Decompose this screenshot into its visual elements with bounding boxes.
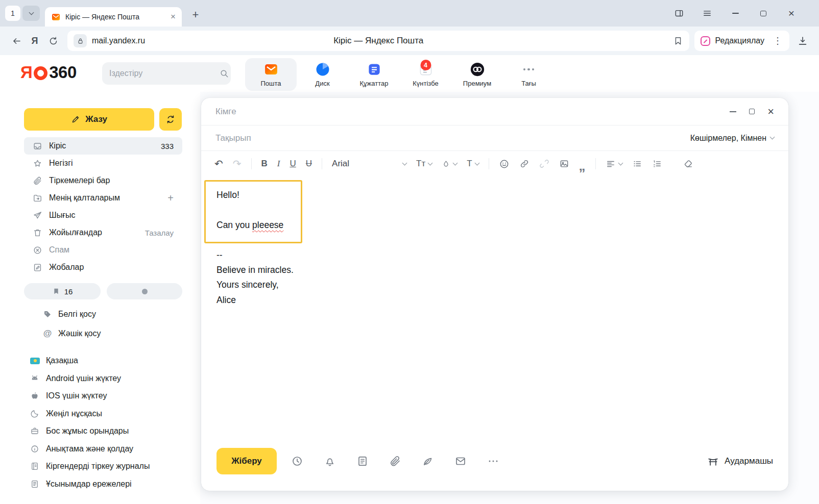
search-input[interactable] — [109, 69, 215, 78]
italic-button[interactable]: I — [277, 159, 280, 169]
highlight-color-button[interactable] — [442, 160, 457, 168]
chevron-down-icon — [402, 160, 407, 165]
yandex-360-logo[interactable]: Я 360 — [20, 63, 77, 82]
window-minimize-button[interactable] — [726, 4, 744, 22]
email-body-text: Hello! Can you pleeese -- Believe in mir… — [216, 188, 294, 308]
bullet-list-button[interactable] — [632, 159, 642, 169]
chevron-down-icon — [474, 160, 479, 165]
window-close-button[interactable]: × — [782, 4, 801, 22]
sidebar-item-sent[interactable]: Шығыс — [24, 207, 182, 224]
subject-field[interactable] — [215, 133, 690, 143]
compose-close-icon[interactable]: × — [767, 106, 774, 117]
send-button[interactable]: Жіберу — [216, 448, 277, 474]
sidebar-item-my-folders[interactable]: Менің қалталарым + — [24, 189, 182, 207]
ssl-lock-chip[interactable] — [74, 34, 87, 47]
attach-file-button[interactable] — [389, 455, 401, 467]
remove-link-button[interactable] — [539, 159, 549, 169]
strikethrough-button[interactable]: U — [306, 159, 312, 169]
redo-button[interactable]: ↷ — [233, 159, 242, 169]
saved-tag-pill[interactable]: 16 — [24, 283, 101, 299]
text-color-button[interactable]: T — [467, 159, 478, 169]
dot-tag-pill[interactable] — [107, 283, 182, 299]
sidebar-item-spam[interactable]: Спам — [24, 241, 182, 259]
add-folder-button[interactable]: + — [167, 193, 174, 203]
more-options-icon[interactable]: ⋮ — [769, 35, 783, 46]
feather-pen-icon — [422, 455, 434, 467]
disk-service-icon — [315, 62, 330, 77]
search-box[interactable] — [102, 62, 231, 85]
edit-button[interactable]: Редакциялау — [715, 36, 764, 45]
underline-button[interactable]: U — [290, 159, 296, 169]
more-actions-button[interactable] — [487, 455, 499, 467]
service-disk[interactable]: Диск — [297, 58, 348, 91]
tab-list-button[interactable] — [22, 6, 40, 21]
font-size-select[interactable]: Tт — [416, 159, 432, 169]
sidebar-item-trash[interactable]: Жойылғандар Тазалау — [24, 224, 182, 241]
bold-button[interactable]: B — [261, 159, 268, 169]
font-family-select[interactable]: Arial — [332, 159, 406, 169]
emoji-button[interactable] — [499, 159, 510, 169]
translator-button[interactable]: Аудармашы — [707, 455, 773, 468]
to-field[interactable] — [215, 107, 717, 117]
cc-from-toggle[interactable]: Көшірмелер, Кімнен — [690, 134, 774, 143]
add-label-button[interactable]: Белгі қосу — [24, 305, 182, 324]
tab-close-icon[interactable]: × — [171, 12, 176, 22]
url-bar[interactable]: mail.yandex.ru Кіріс — Яндекс Пошта — [67, 31, 689, 51]
signature-button[interactable] — [422, 455, 434, 467]
email-body-editor[interactable]: Hello! Can you pleeese -- Believe in mir… — [201, 177, 788, 447]
bookmark-icon — [52, 287, 60, 295]
yandex-mail-favicon — [51, 12, 61, 22]
numbered-list-button[interactable] — [652, 159, 662, 169]
template-button[interactable] — [356, 455, 369, 467]
service-premium[interactable]: Премиум — [451, 58, 503, 91]
star-icon — [33, 159, 42, 168]
recommendation-rules-link[interactable]: Ұсынымдар ережелері — [24, 475, 195, 493]
clear-trash-button[interactable]: Тазалау — [145, 229, 174, 237]
sidebar-item-drafts[interactable]: Жобалар — [24, 259, 182, 276]
browser-tab[interactable]: Кіріс — Яндекс Пошта × — [45, 7, 182, 27]
reload-button[interactable] — [44, 32, 62, 50]
bookmark-flag-icon[interactable] — [673, 36, 683, 46]
browser-menu-button[interactable] — [698, 4, 716, 22]
schedule-send-button[interactable] — [291, 455, 303, 467]
compose-minimize-icon[interactable] — [730, 111, 736, 112]
tab-counter[interactable]: 1 — [5, 6, 20, 21]
align-button[interactable] — [606, 159, 622, 169]
language-link[interactable]: Қазақша — [24, 352, 195, 370]
notify-button[interactable] — [324, 455, 336, 467]
service-label: Күнтізбе — [413, 80, 438, 87]
service-more[interactable]: Тағы — [503, 58, 555, 91]
body-line: Can you pleeese — [216, 218, 294, 233]
tag-filter-row: 16 — [24, 283, 182, 299]
sidebar-item-inbox[interactable]: Кіріс 333 — [24, 137, 182, 155]
back-button[interactable] — [7, 32, 26, 50]
insert-link-button[interactable] — [519, 159, 529, 169]
add-mailbox-button[interactable]: @ Жәшік қосу — [24, 324, 182, 343]
ios-download-link[interactable]: IOS үшін жүктеу — [24, 387, 195, 405]
window-maximize-button[interactable] — [754, 4, 773, 22]
sidebar-item-important[interactable]: Негізгі — [24, 155, 182, 172]
vacancies-link[interactable]: Бос жұмыс орындары — [24, 422, 195, 440]
blockquote-button[interactable]: „ — [579, 159, 586, 168]
compose-button[interactable]: Жазу — [24, 108, 154, 131]
premium-service-icon — [470, 62, 485, 77]
downloads-button[interactable] — [793, 32, 812, 50]
undo-button[interactable]: ↶ — [214, 159, 223, 169]
side-panel-button[interactable] — [670, 4, 688, 22]
sidebar-item-attachments[interactable]: Тіркемелері бар — [24, 172, 182, 189]
login-journal-link[interactable]: Кіргендерді тіркеу журналы — [24, 458, 195, 475]
help-support-link[interactable]: Анықтама және қолдау — [24, 440, 195, 458]
insert-image-button[interactable] — [559, 159, 569, 169]
light-version-link[interactable]: Жеңіл нұсқасы — [24, 405, 195, 423]
refresh-button[interactable] — [159, 108, 182, 131]
minimize-icon — [732, 13, 739, 14]
service-calendar[interactable]: 4 Күнтізбе — [400, 58, 451, 91]
android-download-link[interactable]: Android үшін жүктеу — [24, 370, 195, 388]
compose-restore-icon[interactable] — [749, 109, 755, 114]
attach-from-mail-button[interactable] — [454, 455, 467, 467]
service-mail[interactable]: Пошта — [245, 58, 297, 91]
yandex-search-button[interactable]: Я — [26, 36, 44, 46]
service-docs[interactable]: Құжаттар — [348, 58, 400, 91]
clear-formatting-button[interactable] — [683, 159, 693, 169]
new-tab-button[interactable]: + — [187, 6, 204, 23]
